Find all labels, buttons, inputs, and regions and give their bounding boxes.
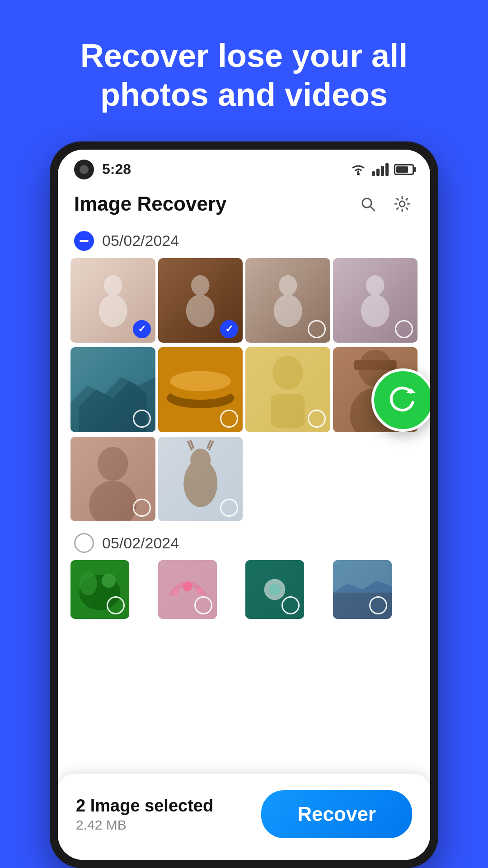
photo-item-13[interactable] (70, 560, 129, 619)
svg-point-40 (196, 588, 202, 594)
photo-grid-row1: ✓ ✓ (70, 258, 418, 343)
search-button[interactable] (356, 192, 380, 216)
svg-point-36 (102, 574, 116, 588)
photo-checkbox-3[interactable] (308, 320, 326, 338)
svg-point-18 (170, 371, 231, 392)
status-time: 5:28 (102, 161, 131, 178)
photo-checkbox-14[interactable] (194, 596, 212, 614)
photo-checkbox-4[interactable] (395, 320, 413, 338)
photo-checkbox-10[interactable] (220, 499, 238, 517)
photo-checkbox-13[interactable] (107, 596, 125, 614)
photo-checkbox-5[interactable] (133, 410, 151, 428)
svg-point-4 (104, 275, 122, 295)
photo-item-14[interactable] (158, 560, 217, 619)
photo-checkbox-9[interactable] (133, 499, 151, 517)
svg-rect-21 (271, 394, 305, 428)
wifi-icon (350, 163, 366, 176)
photo-checkbox-1[interactable]: ✓ (133, 320, 151, 338)
photo-item-9[interactable] (70, 437, 155, 522)
settings-button[interactable] (390, 192, 414, 216)
svg-point-3 (399, 201, 405, 207)
photo-checkbox-15[interactable] (282, 596, 300, 614)
selected-size: 2.42 MB (76, 817, 261, 833)
phone-screen: 5:28 (58, 150, 430, 860)
selected-count: 2 Image selected (76, 796, 261, 816)
svg-point-7 (186, 294, 215, 327)
photo-item-2[interactable]: ✓ (158, 258, 243, 343)
bottom-selection-bar: 2 Image selected 2.42 MB Recover (58, 774, 430, 860)
status-icons (350, 163, 414, 176)
photo-checkbox-16[interactable] (369, 596, 387, 614)
header-icons (356, 192, 414, 216)
svg-point-39 (172, 589, 179, 596)
svg-point-0 (357, 173, 360, 175)
photo-checkbox-6[interactable] (220, 410, 238, 428)
photo-item-5[interactable] (70, 347, 155, 432)
battery-icon (394, 164, 414, 175)
recover-button[interactable]: Recover (261, 790, 412, 838)
refresh-icon (387, 384, 419, 416)
photo-grid-row2 (70, 347, 418, 432)
svg-point-32 (190, 448, 211, 472)
svg-point-9 (273, 294, 302, 327)
section2-header[interactable]: 05/02/2024 (70, 526, 418, 560)
status-bar: 5:28 (58, 150, 430, 184)
svg-rect-24 (354, 360, 396, 370)
svg-point-8 (279, 275, 297, 295)
photo-item-10[interactable] (158, 437, 243, 522)
svg-point-20 (272, 356, 303, 390)
photo-item-6[interactable] (158, 347, 243, 432)
section1-date: 05/02/2024 (102, 232, 179, 250)
section2-date: 05/02/2024 (102, 534, 179, 552)
photo-item-3[interactable] (245, 258, 330, 343)
selection-info: 2 Image selected 2.42 MB (76, 796, 261, 833)
svg-point-43 (269, 584, 281, 595)
svg-point-38 (183, 582, 192, 591)
photo-item-15[interactable] (245, 560, 304, 619)
svg-point-5 (99, 294, 127, 327)
svg-point-10 (366, 275, 385, 295)
photo-grid-row4 (70, 560, 418, 619)
photo-grid-row3 (70, 437, 418, 522)
hero-title: Recover lose your all photos and videos (0, 0, 488, 142)
section1-header[interactable]: 05/02/2024 (70, 224, 418, 258)
svg-point-11 (361, 294, 389, 327)
section1-checkbox[interactable] (74, 231, 94, 251)
section2-checkbox[interactable] (74, 533, 94, 553)
photo-item-1[interactable]: ✓ (70, 258, 155, 343)
phone-device: 5:28 (50, 142, 438, 868)
signal-icon (372, 163, 389, 176)
photo-item-16[interactable] (333, 560, 392, 619)
content-area: 05/02/2024 ✓ (58, 224, 430, 860)
camera-indicator (74, 160, 94, 179)
app-title: Image Recovery (74, 193, 356, 215)
svg-point-6 (191, 275, 210, 295)
photo-item-4[interactable] (333, 258, 418, 343)
app-header: Image Recovery (58, 184, 430, 224)
photo-checkbox-2[interactable]: ✓ (220, 320, 238, 338)
svg-point-28 (98, 447, 128, 481)
photo-checkbox-7[interactable] (308, 410, 326, 428)
photo-item-7[interactable] (245, 347, 330, 432)
fab-recover-button[interactable] (371, 368, 430, 432)
svg-point-35 (80, 572, 97, 595)
svg-line-2 (371, 207, 375, 211)
